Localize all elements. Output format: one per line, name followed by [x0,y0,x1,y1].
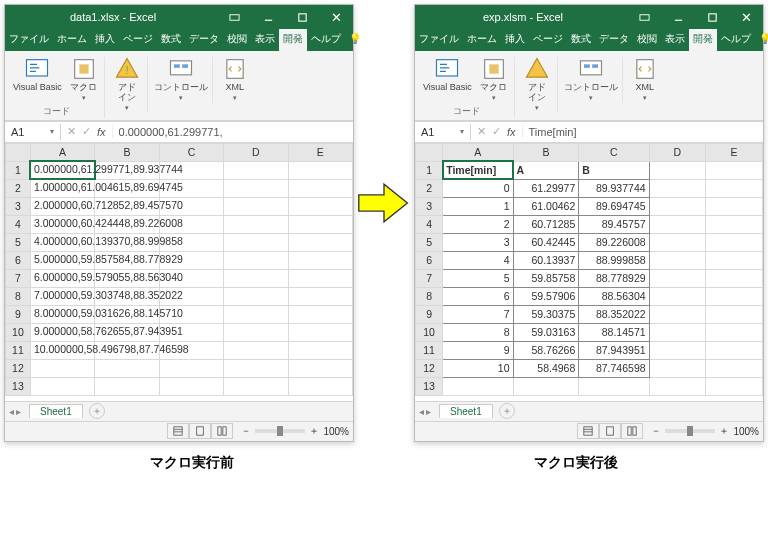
col-header[interactable] [416,143,443,161]
cell[interactable]: 89.45757 [579,215,649,233]
cell[interactable] [443,377,513,395]
fx-icon[interactable]: fx [507,126,516,138]
tab-nav-next-icon[interactable]: ▸ [16,406,21,417]
cell[interactable]: 8 [443,323,513,341]
cell[interactable] [159,161,223,179]
cell[interactable] [288,287,352,305]
cell[interactable]: 9.000000,58.762655,87.943951 [30,323,94,341]
maximize-button[interactable] [695,5,729,29]
cell[interactable] [706,251,763,269]
cell[interactable]: 87.746598 [579,359,649,377]
col-header[interactable]: A [443,143,513,161]
cell[interactable] [95,269,159,287]
close-button[interactable]: ✕ [319,5,353,29]
cell[interactable]: B [579,161,649,179]
cell[interactable] [159,179,223,197]
cell[interactable] [288,161,352,179]
cell[interactable] [224,233,288,251]
cell[interactable]: 59.57906 [513,287,579,305]
cell[interactable] [159,251,223,269]
row-header[interactable]: 4 [6,215,31,233]
macro-button[interactable]: マクロ▾ [478,57,510,103]
control-button[interactable]: コントロール▾ [564,57,618,103]
ribbon-tab-6[interactable]: 校閲 [223,29,251,51]
minimize-button[interactable] [251,5,285,29]
xml-button[interactable]: XML▾ [219,57,251,103]
row-header[interactable]: 1 [416,161,443,179]
cell[interactable] [95,179,159,197]
col-header[interactable]: A [30,143,94,161]
cell[interactable] [288,359,352,377]
cell[interactable] [649,341,706,359]
cell[interactable]: 10.000000,58.496798,87.746598 [30,341,94,359]
fx-icon[interactable]: fx [97,126,106,138]
cell[interactable] [159,269,223,287]
cell[interactable] [706,341,763,359]
row-header[interactable]: 10 [6,323,31,341]
cancel-icon[interactable]: ✕ [67,125,76,138]
zoom-level[interactable]: 100% [733,426,759,437]
cell[interactable] [95,323,159,341]
row-header[interactable]: 11 [416,341,443,359]
name-box[interactable]: A1▾ [415,124,471,140]
row-header[interactable]: 3 [6,197,31,215]
ribbon-tab-1[interactable]: ホーム [463,29,501,51]
cell[interactable] [95,215,159,233]
ribbon-tab-7[interactable]: 表示 [661,29,689,51]
formula-value[interactable]: 0.000000,61.299771, [113,124,353,140]
cell[interactable]: 7.000000,59.303748,88.352022 [30,287,94,305]
cell[interactable] [224,287,288,305]
cell[interactable]: 2.000000,60.712852,89.457570 [30,197,94,215]
cell[interactable] [159,377,223,395]
cell[interactable]: 5 [443,269,513,287]
row-header[interactable]: 5 [6,233,31,251]
cell[interactable] [579,377,649,395]
cell[interactable]: 88.14571 [579,323,649,341]
row-header[interactable]: 6 [6,251,31,269]
cell[interactable]: 6 [443,287,513,305]
ribbon-tab-9[interactable]: ヘルプ [717,29,755,51]
cell[interactable] [649,323,706,341]
ribbon-display-icon[interactable] [627,5,661,29]
cell[interactable] [224,197,288,215]
cell[interactable]: 7 [443,305,513,323]
zoom-out-button[interactable]: － [241,424,251,438]
zoom-level[interactable]: 100% [323,426,349,437]
cell[interactable]: 88.352022 [579,305,649,323]
cell[interactable] [159,215,223,233]
add-sheet-button[interactable]: ＋ [89,403,105,419]
row-header[interactable]: 13 [416,377,443,395]
cell[interactable]: 8.000000,59.031626,88.145710 [30,305,94,323]
col-header[interactable]: C [159,143,223,161]
formula-value[interactable]: Time[min] [523,124,763,140]
col-header[interactable]: C [579,143,649,161]
cell[interactable]: 59.30375 [513,305,579,323]
row-header[interactable]: 12 [6,359,31,377]
cell[interactable]: 4.000000,60.139370,88.999858 [30,233,94,251]
cell[interactable] [288,269,352,287]
row-header[interactable]: 3 [416,197,443,215]
col-header[interactable]: D [224,143,288,161]
ribbon-tab-5[interactable]: データ [595,29,633,51]
cell[interactable] [95,341,159,359]
cell[interactable] [288,215,352,233]
cell[interactable]: 58.4968 [513,359,579,377]
cell[interactable]: 89.226008 [579,233,649,251]
page-break-view-button[interactable] [621,423,643,439]
zoom-slider[interactable] [255,429,305,433]
col-header[interactable]: D [649,143,706,161]
cell[interactable] [288,323,352,341]
cell[interactable]: 60.42445 [513,233,579,251]
cell[interactable]: 61.29977 [513,179,579,197]
page-layout-view-button[interactable] [599,423,621,439]
cell[interactable]: 88.999858 [579,251,649,269]
ribbon-tab-5[interactable]: データ [185,29,223,51]
cell[interactable] [288,341,352,359]
add-sheet-button[interactable]: ＋ [499,403,515,419]
cell[interactable] [649,161,706,179]
cell[interactable] [159,197,223,215]
ribbon-tab-3[interactable]: ページ [529,29,567,51]
ribbon-tab-0[interactable]: ファイル [5,29,53,51]
row-header[interactable]: 4 [416,215,443,233]
cell[interactable]: 5.000000,59.857584,88.778929 [30,251,94,269]
